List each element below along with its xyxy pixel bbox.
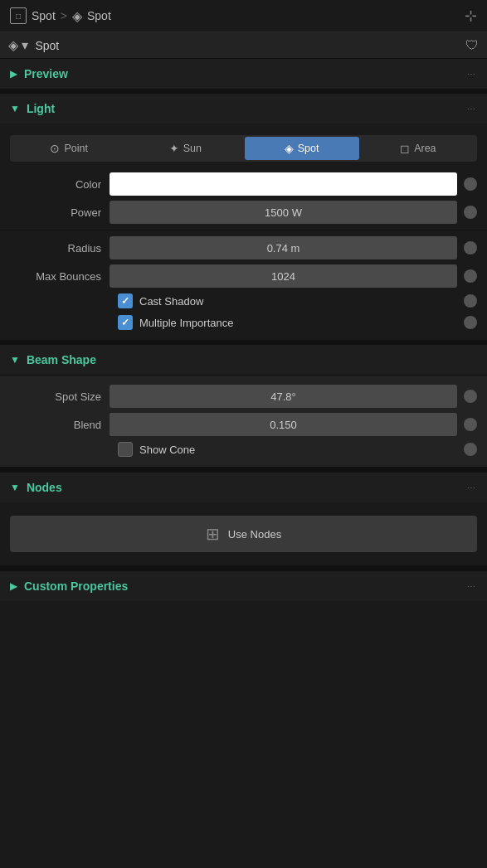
radius-input[interactable]: [110, 236, 457, 259]
cast-shadow-checkmark: ✓: [121, 295, 129, 307]
color-dot[interactable]: [464, 177, 477, 191]
color-row: Color: [0, 170, 487, 198]
beam-shape-content: Spot Size Blend Show Cone: [0, 375, 487, 467]
breadcrumb: □ Spot > ◈ Spot ⊹: [0, 0, 487, 32]
spot-size-dot[interactable]: [464, 390, 477, 403]
preview-dots[interactable]: ⋯: [467, 70, 477, 79]
beam-shape-section-header[interactable]: ▼ Beam Shape: [0, 345, 487, 375]
custom-properties-section-header[interactable]: ▶ Custom Properties ⋯: [0, 571, 487, 601]
spot-size-input[interactable]: [110, 385, 457, 408]
max-bounces-row: Max Bounces: [0, 262, 487, 290]
use-nodes-button[interactable]: ⊞ Use Nodes: [10, 516, 477, 552]
nodes-toggle-arrow: ▼: [10, 482, 20, 493]
tab-sun[interactable]: ✦ Sun: [128, 137, 242, 160]
use-nodes-label: Use Nodes: [228, 528, 281, 541]
tab-area[interactable]: ◻ Area: [361, 137, 475, 160]
custom-props-section-title: Custom Properties: [24, 579, 128, 593]
area-tab-icon: ◻: [400, 142, 410, 155]
beam-shape-section-title: Beam Shape: [27, 353, 96, 366]
show-cone-checkbox[interactable]: [118, 442, 133, 457]
custom-props-dots[interactable]: ⋯: [467, 582, 477, 591]
spot-tab-icon: ◈: [285, 142, 294, 155]
blend-row: Blend: [0, 410, 487, 439]
multiple-importance-dot[interactable]: [464, 316, 477, 329]
tab-point[interactable]: ⊙ Point: [12, 137, 126, 160]
nodes-section-header[interactable]: ▼ Nodes ⋯: [0, 473, 487, 502]
power-dot[interactable]: [464, 206, 477, 219]
light-section-title: Light: [27, 102, 55, 115]
max-bounces-input[interactable]: [110, 264, 457, 288]
light-type-tabs: ⊙ Point ✦ Sun ◈ Spot ◻ Area: [10, 135, 477, 162]
breadcrumb-item1: Spot: [32, 9, 56, 22]
preview-section-header[interactable]: ▶ Preview ⋯: [0, 59, 487, 89]
power-label: Power: [10, 206, 110, 219]
power-input[interactable]: [110, 201, 457, 224]
light-section-header[interactable]: ▼ Light ⋯: [0, 94, 487, 124]
nodes-section-content: ⊞ Use Nodes: [0, 502, 487, 565]
spot-size-label: Spot Size: [10, 390, 110, 403]
show-cone-row: Show Cone: [0, 439, 487, 460]
radius-dot[interactable]: [464, 241, 477, 255]
multiple-importance-row: ✓ Multiple Importance: [0, 312, 487, 333]
light-toggle-arrow: ▼: [10, 103, 20, 114]
tab-area-label: Area: [414, 143, 436, 154]
spot-name: Spot: [35, 39, 459, 52]
tab-spot-label: Spot: [298, 143, 319, 154]
cast-shadow-dot[interactable]: [464, 294, 477, 308]
spot-size-row: Spot Size: [0, 382, 487, 410]
radius-row: Radius: [0, 234, 487, 262]
power-row: Power: [0, 198, 487, 226]
light-section: ▼ Light ⋯ ⊙ Point ✦ Sun ◈ Spot ◻ Area: [0, 94, 487, 340]
breadcrumb-item2: Spot: [87, 9, 111, 22]
cast-shadow-checkbox[interactable]: ✓: [118, 293, 133, 308]
multiple-importance-checkmark: ✓: [121, 317, 129, 328]
light-dots[interactable]: ⋯: [467, 104, 477, 114]
breadcrumb-separator: >: [61, 9, 67, 22]
spot-selector-bar: ◈ ▾ Spot 🛡: [0, 32, 487, 59]
pin-icon[interactable]: ⊹: [465, 7, 477, 25]
nodes-dots[interactable]: ⋯: [467, 483, 477, 492]
custom-props-toggle-arrow: ▶: [10, 580, 17, 592]
preview-section-title: Preview: [24, 67, 68, 80]
show-cone-label: Show Cone: [139, 444, 195, 456]
point-tab-icon: ⊙: [50, 142, 60, 155]
tab-point-label: Point: [64, 143, 88, 154]
color-input[interactable]: [110, 172, 457, 196]
custom-properties-section: ▶ Custom Properties ⋯: [0, 570, 487, 601]
radius-label: Radius: [10, 242, 110, 255]
nodes-section-title: Nodes: [27, 481, 62, 494]
preview-toggle-arrow: ▶: [10, 68, 17, 80]
sun-tab-icon: ✦: [169, 142, 179, 155]
spot-icon: ◈: [72, 8, 82, 24]
divider-1: [0, 230, 487, 230]
blend-label: Blend: [10, 419, 110, 431]
show-cone-dot[interactable]: [464, 443, 477, 456]
tab-sun-label: Sun: [183, 143, 202, 154]
blend-input[interactable]: [110, 413, 457, 436]
shield-icon: 🛡: [465, 38, 479, 53]
tab-spot[interactable]: ◈ Spot: [245, 137, 359, 160]
multiple-importance-checkbox[interactable]: ✓: [118, 315, 133, 330]
cast-shadow-label: Cast Shadow: [139, 295, 203, 308]
color-label: Color: [10, 178, 110, 191]
blend-input-wrap: [110, 413, 457, 436]
light-section-content: ⊙ Point ✦ Sun ◈ Spot ◻ Area Color Pow: [0, 124, 487, 340]
blend-dot[interactable]: [464, 418, 477, 431]
cast-shadow-row: ✓ Cast Shadow: [0, 290, 487, 312]
max-bounces-dot[interactable]: [464, 269, 477, 283]
max-bounces-label: Max Bounces: [10, 270, 110, 283]
use-nodes-icon: ⊞: [206, 524, 220, 544]
object-icon: □: [10, 7, 27, 24]
spot-dropdown-icon[interactable]: ◈ ▾: [8, 37, 28, 53]
nodes-section: ▼ Nodes ⋯ ⊞ Use Nodes: [0, 472, 487, 565]
beam-shape-section: ▼ Beam Shape Spot Size Blend Show Cone: [0, 345, 487, 467]
beam-shape-toggle-arrow: ▼: [10, 354, 20, 366]
multiple-importance-label: Multiple Importance: [139, 317, 233, 329]
